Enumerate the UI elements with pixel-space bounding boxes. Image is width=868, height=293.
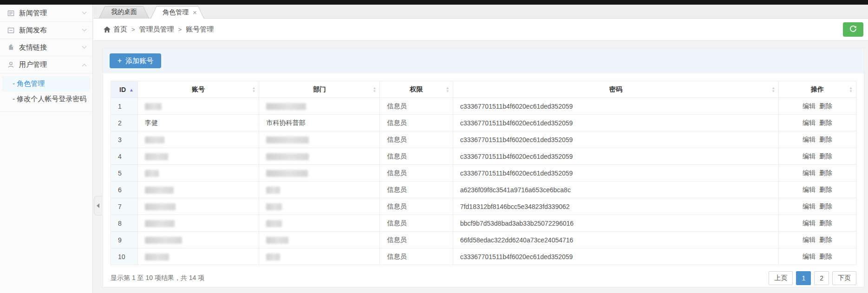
table-row: 10信息员c33367701511b4f6020ec61ded352059编辑删… xyxy=(111,248,856,265)
delete-link[interactable]: 删除 xyxy=(819,219,832,227)
edit-link[interactable]: 编辑 xyxy=(803,186,816,193)
cell-role: 信息员 xyxy=(380,182,453,198)
cell-actions: 编辑删除 xyxy=(779,215,856,232)
delete-link[interactable]: 删除 xyxy=(819,102,832,110)
table-row: 8信息员bbcf9b7d53d8bad3ab33b25072296016编辑删除 xyxy=(111,215,856,232)
sort-arrows-icon: ▲▼ xyxy=(252,86,255,93)
app-window: 新闻管理 新闻发布 友情链接 用户管理 - 角色管理 xyxy=(0,0,868,293)
cell-id: 5 xyxy=(111,165,138,182)
home-icon xyxy=(104,26,111,33)
redacted-value xyxy=(145,153,168,160)
delete-link[interactable]: 删除 xyxy=(819,119,832,126)
cell-id: 1 xyxy=(111,98,138,115)
cell-password: c33367701511b4f6020ec61ded352059 xyxy=(453,248,778,265)
edit-link[interactable]: 编辑 xyxy=(803,102,816,110)
breadcrumb-admin-management[interactable]: 管理员管理 xyxy=(139,25,174,34)
breadcrumb-account-management[interactable]: 账号管理 xyxy=(186,25,214,34)
table-row: 1信息员c33367701511b4f6020ec61ded352059编辑删除 xyxy=(111,98,856,115)
redacted-value xyxy=(145,254,169,260)
table-row: 9信息员66fd58edac322dd6240a73ce24054716编辑删除 xyxy=(111,232,856,248)
table-body: 1信息员c33367701511b4f6020ec61ded352059编辑删除… xyxy=(111,98,856,265)
cell-id: 3 xyxy=(111,131,138,148)
cell-actions: 编辑删除 xyxy=(779,131,856,148)
edit-link[interactable]: 编辑 xyxy=(803,169,816,176)
tab-role-management[interactable]: 角色管理 × xyxy=(150,6,204,19)
pagination-prev-button[interactable]: 上页 xyxy=(769,271,793,285)
cell-account xyxy=(137,148,259,165)
sort-arrows-icon: ▲▼ xyxy=(372,86,376,93)
sidebar-item-friendly-links[interactable]: 友情链接 xyxy=(0,39,92,56)
delete-link[interactable]: 删除 xyxy=(819,253,832,260)
cell-id: 2 xyxy=(111,115,138,131)
table-row: 7信息员7fd18312bf8146bcc5e34823fd339062编辑删除 xyxy=(111,198,856,215)
edit-link[interactable]: 编辑 xyxy=(803,119,816,126)
redacted-value xyxy=(266,170,308,177)
delete-link[interactable]: 删除 xyxy=(819,236,832,243)
cell-password: 66fd58edac322dd6240a73ce24054716 xyxy=(453,232,778,248)
edit-link[interactable]: 编辑 xyxy=(803,136,816,143)
sidebar-subitem-role-management[interactable]: - 角色管理 xyxy=(2,76,90,91)
chevron-up-icon xyxy=(82,64,87,68)
redacted-value xyxy=(266,187,280,194)
cell-account xyxy=(137,198,259,215)
redacted-value xyxy=(266,203,282,210)
edit-link[interactable]: 编辑 xyxy=(803,202,816,210)
sidebar-item-label: 用户管理 xyxy=(19,60,47,69)
pagination-page-2-button[interactable]: 2 xyxy=(814,271,829,285)
cell-password: c33367701511b4f6020ec61ded352059 xyxy=(453,115,778,131)
cell-role: 信息员 xyxy=(380,115,453,131)
cell-id: 6 xyxy=(111,182,138,198)
cell-department xyxy=(259,131,380,148)
column-header-label: 权限 xyxy=(410,85,423,93)
publish-icon xyxy=(7,26,15,34)
sidebar-item-user-management[interactable]: 用户管理 xyxy=(0,56,92,73)
sidebar-subitem-change-password[interactable]: - 修改个人帐号登录密码 xyxy=(0,91,92,107)
redacted-value xyxy=(145,137,164,143)
cell-account: 李健 xyxy=(137,115,259,131)
tab-my-desktop[interactable]: 我的桌面 xyxy=(99,6,149,18)
collapse-left-arrow-icon xyxy=(97,203,99,208)
column-header[interactable]: 账号▲▼ xyxy=(137,81,259,98)
delete-link[interactable]: 删除 xyxy=(819,186,832,193)
edit-link[interactable]: 编辑 xyxy=(803,253,816,260)
cell-department xyxy=(259,215,380,232)
column-header-label: 部门 xyxy=(313,85,326,93)
column-header[interactable]: ID▲ xyxy=(111,81,138,98)
column-header[interactable]: 密码▲▼ xyxy=(453,81,778,98)
table-row: 4信息员c33367701511b4f6020ec61ded352059编辑删除 xyxy=(111,148,856,165)
refresh-button[interactable] xyxy=(843,22,863,37)
sidebar-collapse-handle[interactable] xyxy=(94,196,102,215)
chevron-down-icon xyxy=(82,26,87,31)
column-header-label: ID xyxy=(119,86,126,93)
column-header[interactable]: 操作▲▼ xyxy=(779,81,856,98)
sidebar-item-news-management[interactable]: 新闻管理 xyxy=(0,5,92,22)
redacted-value xyxy=(145,220,175,227)
column-header[interactable]: 部门▲▼ xyxy=(259,81,380,98)
edit-link[interactable]: 编辑 xyxy=(803,152,816,160)
redacted-value xyxy=(266,220,282,227)
add-account-button[interactable]: + 添加账号 xyxy=(110,53,161,68)
delete-link[interactable]: 删除 xyxy=(819,202,832,210)
tab-close-icon[interactable]: × xyxy=(193,9,197,16)
table-header-row: ID▲账号▲▼部门▲▼权限▲▼密码▲▼操作▲▼ xyxy=(111,81,856,98)
breadcrumb-home[interactable]: 首页 xyxy=(113,25,127,34)
cell-actions: 编辑删除 xyxy=(779,232,856,248)
cell-department xyxy=(259,182,380,198)
sidebar-item-news-publish[interactable]: 新闻发布 xyxy=(0,22,92,39)
edit-link[interactable]: 编辑 xyxy=(803,236,816,243)
breadcrumb: 首页 > 管理员管理 > 账号管理 xyxy=(93,19,868,41)
pagination-next-button[interactable]: 下页 xyxy=(832,271,856,285)
cell-actions: 编辑删除 xyxy=(779,165,856,182)
cell-department xyxy=(259,148,380,165)
column-header[interactable]: 权限▲▼ xyxy=(380,81,453,98)
sort-arrows-icon: ▲▼ xyxy=(771,86,775,93)
delete-link[interactable]: 删除 xyxy=(819,169,832,176)
pagination-page-1-button[interactable]: 1 xyxy=(796,271,811,285)
sort-arrows-icon: ▲▼ xyxy=(446,86,450,93)
delete-link[interactable]: 删除 xyxy=(819,136,832,143)
accounts-table: ID▲账号▲▼部门▲▼权限▲▼密码▲▼操作▲▼ 1信息员c33367701511… xyxy=(111,81,856,265)
table-row: 3信息员c33367701511b4f6020ec61ded352059编辑删除 xyxy=(111,131,856,148)
delete-link[interactable]: 删除 xyxy=(819,152,832,160)
pagination: 上页 1 2 下页 xyxy=(769,271,856,285)
edit-link[interactable]: 编辑 xyxy=(803,219,816,227)
